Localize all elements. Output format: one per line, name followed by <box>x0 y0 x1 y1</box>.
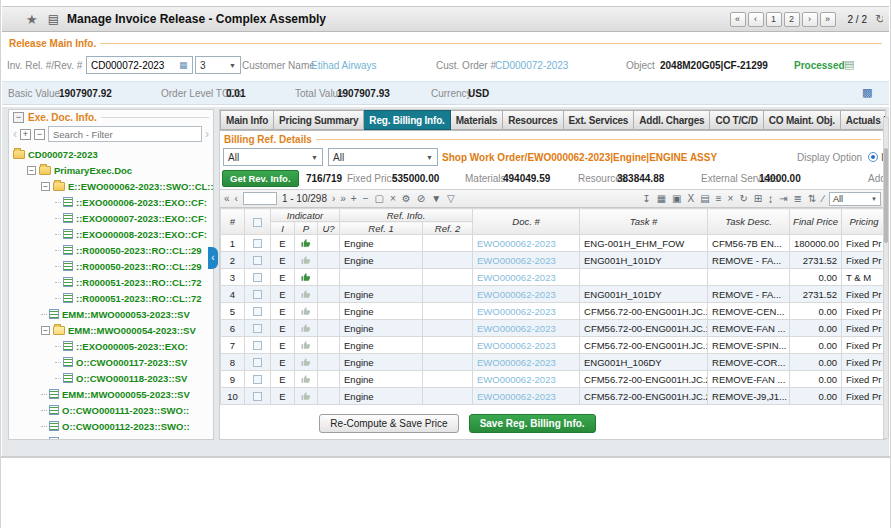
tree-item[interactable]: O::CWO000112-2023::SWO:: <box>9 418 213 434</box>
chevron-right-icon[interactable]: › <box>205 127 209 141</box>
doc-link[interactable]: EWO000062-2023 <box>473 371 580 388</box>
row-checkbox[interactable] <box>245 252 271 269</box>
tree-item[interactable]: O::CWO000111-2023::SWO:: <box>9 402 213 418</box>
refresh-icon[interactable]: ↻ <box>739 191 747 206</box>
checkbox-icon[interactable] <box>253 392 262 401</box>
pager-next-button[interactable]: › <box>802 12 818 27</box>
tree-expander-icon[interactable]: − <box>27 166 36 175</box>
doc-number-link[interactable]: EWO000062-2023 <box>477 238 556 249</box>
grid-last-page-icon[interactable]: » <box>340 191 346 206</box>
tree-item[interactable]: ::EXO000008-2023::EXO::CF: <box>9 226 213 242</box>
calculator-icon[interactable]: ▣ <box>672 191 681 206</box>
row-checkbox[interactable] <box>245 320 271 337</box>
add-row-icon[interactable]: + <box>351 191 357 206</box>
checkbox-icon[interactable] <box>253 239 262 248</box>
doc-number-link[interactable]: EWO000062-2023 <box>477 306 556 317</box>
checkbox-icon[interactable] <box>253 324 262 333</box>
doc-number-link[interactable]: EWO000062-2023 <box>477 289 556 300</box>
checkbox-icon[interactable] <box>253 307 262 316</box>
tree-item[interactable]: ::EXO000007-2023::EXO::CF: <box>9 210 213 226</box>
table-row[interactable]: 10EEngineEWO000062-2023CFM56.72-00-ENG00… <box>221 388 887 405</box>
clear-icon[interactable]: ⊘ <box>417 191 425 206</box>
pager-page2-button[interactable]: 2 <box>784 12 800 27</box>
tab-reg-billing-info[interactable]: Reg. Billing Info. <box>364 110 450 130</box>
col-i-header[interactable]: I <box>271 222 295 235</box>
row-checkbox[interactable] <box>245 286 271 303</box>
col-u-header[interactable]: U? <box>318 222 340 235</box>
row-checkbox[interactable] <box>245 235 271 252</box>
scrollbar-thumb[interactable] <box>884 148 888 243</box>
recompute-save-price-button[interactable]: Re-Compute & Save Price <box>319 414 458 433</box>
tree-item[interactable]: −E::EWO000062-2023::SWO::CL:: <box>9 178 213 194</box>
tab-ext-services[interactable]: Ext. Services <box>564 110 635 130</box>
tree-item[interactable]: EMM::MWO000053-2023::SV <box>9 306 213 322</box>
tree-item[interactable]: ::R000050-2023::RO::CL::29 <box>9 258 213 274</box>
tree-item[interactable]: O::CWO000118-2023::SV <box>9 370 213 386</box>
chart-icon[interactable]: ▦ <box>657 191 666 206</box>
doc-link[interactable]: EWO000062-2023 <box>473 286 580 303</box>
revision-select[interactable]: 3 ▼ <box>195 56 241 74</box>
tree-item[interactable]: ::R000051-2023::RO::CL::72 <box>9 290 213 306</box>
col-doc-header[interactable]: Doc. # <box>473 209 580 235</box>
row-checkbox[interactable] <box>245 371 271 388</box>
filter-icon[interactable]: ▼ <box>431 191 441 206</box>
doc-number-link[interactable]: EWO000062-2023 <box>477 340 556 351</box>
row-checkbox[interactable] <box>245 354 271 371</box>
tree-item[interactable]: O::CWO000117-2023::SV <box>9 354 213 370</box>
refresh-icon[interactable]: ↻ <box>875 12 883 26</box>
delete-row-icon[interactable]: − <box>363 191 369 206</box>
copy-row-icon[interactable]: ▢ <box>375 191 384 206</box>
unfilter-icon[interactable]: ∕ <box>822 191 824 206</box>
col-p-header[interactable]: P <box>295 222 318 235</box>
pager-page1-button[interactable]: 1 <box>766 12 782 27</box>
table-row[interactable]: 5EEngineEWO000062-2023CFM56.72-00-ENG001… <box>221 303 887 320</box>
expand-all-icon[interactable]: + <box>20 129 31 140</box>
tree-item[interactable]: −PrimaryExec.Doc <box>9 162 213 178</box>
table-row[interactable]: 8EEngineEWO000062-2023ENG001H_106DYREMOV… <box>221 354 887 371</box>
tree-item[interactable]: EMM::MWO000055-2023::SV <box>9 386 213 402</box>
doc-number-link[interactable]: EWO000062-2023 <box>477 374 556 385</box>
table-row[interactable]: 1EEngineEWO000062-2023ENG-001H_EHM_FOWCF… <box>221 235 887 252</box>
doc-link[interactable]: EWO000062-2023 <box>473 252 580 269</box>
display-option-radio[interactable] <box>868 152 878 162</box>
pin-icon[interactable]: ↨ <box>768 191 773 206</box>
tree-item[interactable]: ::EXO000005-2023::EXO: <box>9 338 213 354</box>
tree-item[interactable]: ::EXO000006-2023::EXO::CF: <box>9 194 213 210</box>
status-doc-icon[interactable]: ▤ <box>844 58 854 71</box>
doc-link[interactable]: EWO000062-2023 <box>473 354 580 371</box>
row-checkbox[interactable] <box>245 337 271 354</box>
billing-filter1-select[interactable]: All ▼ <box>223 148 323 166</box>
col-ref2-header[interactable]: Ref. 2 <box>423 222 473 235</box>
grid-first-page-icon[interactable]: « <box>224 191 230 206</box>
inv-rel-input[interactable] <box>86 56 193 74</box>
tree-item[interactable]: ::R000050-2023::RO::CL::29 <box>9 242 213 258</box>
doc-link[interactable]: EWO000062-2023 <box>473 337 580 354</box>
columns-icon[interactable]: ≣ <box>794 191 802 206</box>
report-icon[interactable]: ▤ <box>700 191 709 206</box>
doc-link[interactable]: EWO000062-2023 <box>473 303 580 320</box>
col-num-header[interactable]: # <box>221 209 245 235</box>
col-taskdesc-header[interactable]: Task Desc. <box>708 209 790 235</box>
get-rev-info-button[interactable]: Get Rev. Info. <box>222 170 299 187</box>
save-reg-billing-button[interactable]: Save Reg. Billing Info. <box>469 414 596 433</box>
collapse-panel-icon[interactable]: − <box>13 112 24 123</box>
tab-resources[interactable]: Resources <box>503 110 563 130</box>
tree-item[interactable]: ::R000051-2023::RO::CL::72 <box>9 274 213 290</box>
checkbox-icon[interactable] <box>253 375 262 384</box>
checkbox-icon[interactable] <box>253 256 262 265</box>
table-row[interactable]: 4EEngineEWO000062-2023ENG001H_101DYREMOV… <box>221 286 887 303</box>
doc-number-link[interactable]: EWO000062-2023 <box>477 391 556 402</box>
tree-expander-icon[interactable]: − <box>41 326 50 335</box>
tab-materials[interactable]: Materials <box>451 110 504 130</box>
tab-actuals-info[interactable]: Actuals Info. <box>841 110 885 130</box>
select-all-checkbox[interactable] <box>245 209 271 235</box>
favorite-star-icon[interactable]: ★ <box>26 12 38 27</box>
doc-number-link[interactable]: EWO000062-2023 <box>477 357 556 368</box>
grid-page-input[interactable] <box>243 192 277 205</box>
freeze-icon[interactable]: ⇥ <box>779 191 787 206</box>
table-row[interactable]: 7EEngineEWO000062-2023CFM56.72-00-ENG001… <box>221 337 887 354</box>
pager-prev-button[interactable]: ‹ <box>748 12 764 27</box>
pager-last-button[interactable]: » <box>820 12 836 27</box>
settings-icon[interactable]: ⚙ <box>402 191 411 206</box>
tab-pricing-summary[interactable]: Pricing Summary <box>274 110 364 130</box>
